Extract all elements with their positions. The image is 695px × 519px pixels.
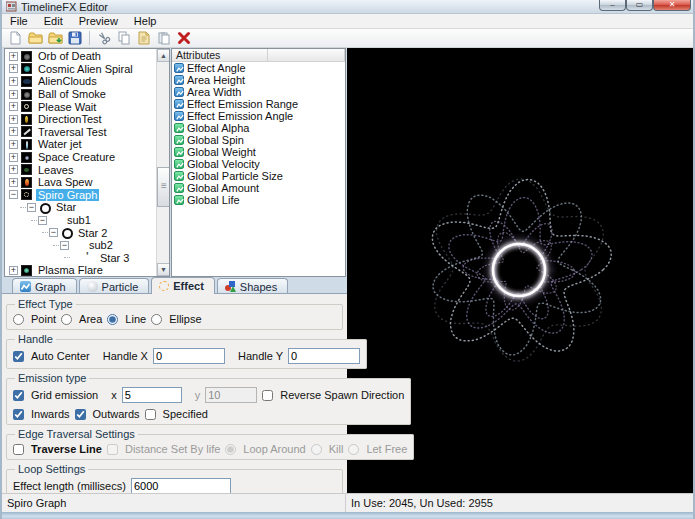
reverse-spawn-checkbox[interactable]	[262, 390, 273, 401]
expand-icon[interactable]: +	[9, 52, 18, 61]
expand-icon[interactable]: +	[9, 266, 18, 275]
tree-item-lava-spew[interactable]: +Lava Spew	[5, 176, 156, 189]
tree-item-star[interactable]: −Star	[5, 201, 156, 214]
grid-emission-checkbox[interactable]	[13, 390, 24, 401]
preview-canvas[interactable]	[347, 48, 695, 493]
tree-item-space-creature[interactable]: +Space Creature	[5, 151, 156, 164]
tab-shapes[interactable]: Shapes	[217, 278, 288, 294]
app-icon	[6, 1, 17, 12]
close-button[interactable]: ✕	[653, 0, 691, 11]
menu-item-file[interactable]: File	[2, 14, 36, 28]
attribute-item-effect-emission-range[interactable]: Effect Emission Range	[172, 98, 345, 110]
attribute-item-global-velocity[interactable]: Global Velocity	[172, 158, 345, 170]
expand-icon[interactable]: +	[9, 127, 18, 136]
tree-item-cosmic-alien-spiral[interactable]: +Cosmic Alien Spiral	[5, 63, 156, 76]
specified-checkbox[interactable]	[145, 409, 156, 420]
grid-y-input[interactable]	[205, 387, 257, 403]
cut-button[interactable]	[94, 30, 114, 47]
tree-scrollbar[interactable]: ▲ ▼	[156, 49, 169, 276]
tree-item-water-jet[interactable]: +Water jet	[5, 138, 156, 151]
expand-icon[interactable]: +	[9, 178, 18, 187]
let-free-radio[interactable]	[348, 444, 359, 455]
scroll-down-icon[interactable]: ▼	[157, 263, 170, 276]
tree-item-sub1[interactable]: −sub1	[5, 214, 156, 227]
collapse-icon[interactable]: −	[27, 203, 36, 212]
collapse-icon[interactable]: −	[60, 241, 69, 250]
tree-item-alienclouds[interactable]: +AlienClouds	[5, 75, 156, 88]
wait-glyph	[24, 104, 29, 109]
save-button[interactable]	[65, 30, 85, 47]
tab-graph[interactable]: Graph	[12, 278, 77, 294]
expand-icon[interactable]: +	[9, 140, 18, 149]
line-radio[interactable]	[107, 314, 118, 325]
tree-item-spiro-graph[interactable]: −Spiro Graph	[5, 189, 156, 202]
outwards-checkbox[interactable]	[75, 409, 86, 420]
tree-item-leaves[interactable]: +Leaves	[5, 163, 156, 176]
attribute-item-global-life[interactable]: Global Life	[172, 194, 345, 206]
tree-item-label: DirectionTest	[36, 113, 104, 125]
expand-icon[interactable]: +	[9, 115, 18, 124]
distance-set-checkbox[interactable]	[107, 444, 118, 455]
new-file-button[interactable]	[5, 30, 25, 47]
expand-icon[interactable]: +	[9, 102, 18, 111]
menu-item-help[interactable]: Help	[126, 14, 165, 28]
tab-effect[interactable]: Effect	[151, 277, 215, 294]
expand-icon[interactable]: +	[9, 64, 18, 73]
attribute-item-global-weight[interactable]: Global Weight	[172, 146, 345, 158]
paste-new-button[interactable]	[154, 30, 174, 47]
tab-label: Effect	[173, 280, 204, 292]
grid-x-input[interactable]	[122, 387, 182, 403]
attribute-item-effect-emission-angle[interactable]: Effect Emission Angle	[172, 110, 345, 122]
tree-item-directiontest[interactable]: +DirectionTest	[5, 113, 156, 126]
title-bar[interactable]: TimelineFX Editor – ▭ ✕	[2, 0, 693, 14]
expand-icon[interactable]: +	[9, 165, 18, 174]
collapse-icon[interactable]: −	[38, 216, 47, 225]
tree-item-sub2[interactable]: −sub2	[5, 239, 156, 252]
delete-button[interactable]	[174, 30, 194, 47]
collapse-icon[interactable]: −	[49, 228, 58, 237]
kill-radio[interactable]	[311, 444, 322, 455]
attribute-item-effect-angle[interactable]: Effect Angle	[172, 62, 345, 74]
loop-around-radio[interactable]	[225, 444, 236, 455]
handle-y-input[interactable]	[288, 348, 360, 364]
attributes-header-extra[interactable]	[268, 49, 345, 61]
auto-center-checkbox[interactable]	[13, 351, 24, 362]
collapse-icon[interactable]: −	[9, 190, 18, 199]
attribute-item-global-particle-size[interactable]: Global Particle Size	[172, 170, 345, 182]
tab-particle[interactable]: Particle	[79, 278, 150, 294]
menu-item-preview[interactable]: Preview	[71, 14, 126, 28]
tree-item-traversal-test[interactable]: +Traversal Test	[5, 126, 156, 139]
tree-item-orb-of-death[interactable]: +Orb of Death	[5, 50, 156, 63]
traverse-line-checkbox[interactable]	[13, 444, 24, 455]
copy-button[interactable]	[114, 30, 134, 47]
attribute-item-global-alpha[interactable]: Global Alpha	[172, 122, 345, 134]
menu-item-edit[interactable]: Edit	[36, 14, 71, 28]
expand-icon[interactable]: +	[9, 90, 18, 99]
handle-x-input[interactable]	[153, 348, 225, 364]
attribute-item-area-height[interactable]: Area Height	[172, 74, 345, 86]
attribute-item-global-amount[interactable]: Global Amount	[172, 182, 345, 194]
effect-length-input[interactable]	[131, 478, 231, 494]
scroll-up-icon[interactable]: ▲	[157, 49, 170, 62]
minimize-button[interactable]: –	[599, 0, 626, 11]
attribute-item-global-spin[interactable]: Global Spin	[172, 134, 345, 146]
tree-item-star-2[interactable]: −Star 2	[5, 226, 156, 239]
area-radio[interactable]	[61, 314, 72, 325]
paste-button[interactable]	[134, 30, 154, 47]
tree-item-please-wait[interactable]: +Please Wait	[5, 100, 156, 113]
attributes-header-label[interactable]: Attributes	[172, 49, 268, 61]
effect-type-group: Effect Type Point Area Line Ellipse	[6, 298, 343, 330]
tree-item-ball-of-smoke[interactable]: +Ball of Smoke	[5, 88, 156, 101]
expand-icon[interactable]: +	[9, 77, 18, 86]
import-library-button[interactable]	[45, 30, 65, 47]
maximize-button[interactable]: ▭	[626, 0, 653, 11]
tree-item-plasma-flare[interactable]: +Plasma Flare	[5, 264, 156, 277]
tree-scrollbar-thumb[interactable]	[157, 167, 170, 207]
tree-item-star-3[interactable]: Star 3	[5, 252, 156, 265]
point-radio[interactable]	[13, 314, 24, 325]
ellipse-radio[interactable]	[151, 314, 162, 325]
attribute-item-area-width[interactable]: Area Width	[172, 86, 345, 98]
open-folder-button[interactable]	[25, 30, 45, 47]
inwards-checkbox[interactable]	[13, 409, 24, 420]
expand-icon[interactable]: +	[9, 153, 18, 162]
